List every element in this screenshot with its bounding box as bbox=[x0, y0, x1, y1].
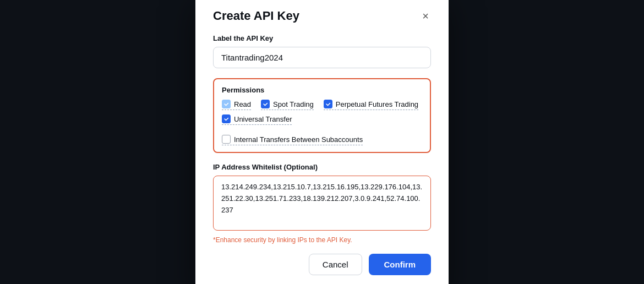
permission-internal-label: Internal Transfers Between Subaccounts bbox=[234, 135, 363, 144]
checkbox-spot-trading-icon bbox=[261, 100, 270, 108]
close-button[interactable]: × bbox=[420, 9, 431, 23]
modal-footer: Cancel Confirm bbox=[213, 254, 431, 275]
modal-overlay: Create API Key × Label the API Key Permi… bbox=[0, 0, 644, 284]
permission-read-label: Read bbox=[234, 100, 251, 108]
api-key-label-input[interactable] bbox=[213, 47, 431, 68]
permission-spot-trading-label: Spot Trading bbox=[273, 100, 314, 108]
permission-internal-transfers[interactable]: Internal Transfers Between Subaccounts bbox=[222, 135, 363, 145]
permission-universal-transfer[interactable]: Universal Transfer bbox=[222, 114, 292, 125]
ip-hint-text: *Enhance security by linking IPs to the … bbox=[213, 236, 431, 244]
ip-whitelist-section: IP Address Whitelist (Optional) 13.214.2… bbox=[213, 163, 431, 244]
permission-read[interactable]: Read bbox=[222, 100, 251, 110]
checkbox-read-icon bbox=[222, 100, 231, 108]
modal-title: Create API Key bbox=[213, 9, 299, 23]
permission-universal-label: Universal Transfer bbox=[234, 115, 292, 123]
permissions-row-1: Read Spot Trading bbox=[222, 100, 422, 110]
checkbox-internal-icon bbox=[222, 135, 231, 144]
permissions-title: Permissions bbox=[222, 86, 422, 94]
cancel-button[interactable]: Cancel bbox=[309, 254, 362, 275]
permission-perpetual-futures[interactable]: Perpetual Futures Trading bbox=[324, 100, 418, 110]
create-api-key-modal: Create API Key × Label the API Key Permi… bbox=[195, 0, 449, 284]
label-field-section: Label the API Key bbox=[213, 34, 431, 78]
modal-header: Create API Key × bbox=[213, 9, 431, 23]
ip-whitelist-input[interactable]: 13.214.249.234,13.215.10.7,13.215.16.195… bbox=[213, 176, 431, 231]
label-field-label: Label the API Key bbox=[213, 34, 431, 42]
permissions-row-2: Universal Transfer Internal Transfers Be… bbox=[222, 114, 422, 145]
confirm-button[interactable]: Confirm bbox=[369, 254, 432, 275]
ip-whitelist-label: IP Address Whitelist (Optional) bbox=[213, 163, 431, 171]
checkbox-perpetual-icon bbox=[324, 100, 332, 108]
permission-perpetual-label: Perpetual Futures Trading bbox=[336, 100, 418, 108]
checkbox-universal-icon bbox=[222, 114, 231, 123]
permissions-box: Permissions Read bbox=[213, 78, 431, 153]
permission-spot-trading[interactable]: Spot Trading bbox=[261, 100, 314, 110]
